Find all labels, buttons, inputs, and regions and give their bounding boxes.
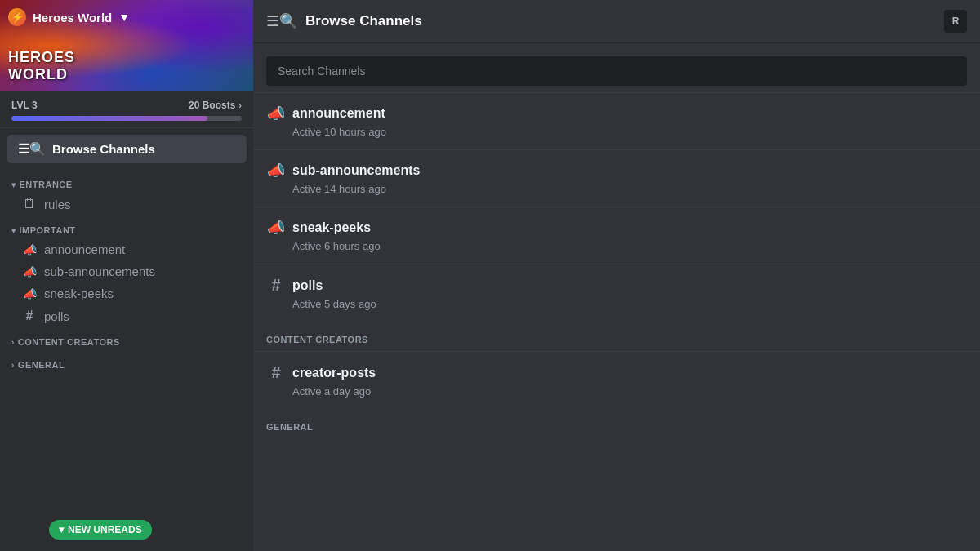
category-entrance-arrow: ▾ (11, 180, 16, 189)
channel-rules[interactable]: 🗒 rules (5, 193, 248, 216)
level-info: LVL 3 20 Boosts › (11, 100, 242, 111)
channel-polls[interactable]: # polls (5, 304, 248, 327)
channel-rules-label: rules (44, 198, 71, 211)
server-name-row[interactable]: ⚡ Heroes World ▼ (8, 8, 130, 26)
browse-channels-header-icon: ☰🔍 (266, 12, 297, 30)
channels-list: 📣 announcement Active 10 hours ago 📣 sub… (253, 92, 980, 551)
main-content: ☰🔍 Browse Channels R 📣 announcement Acti… (253, 0, 980, 551)
channel-card-sub-announcements-activity: Active 14 hours ago (266, 183, 967, 195)
sneak-peeks-icon: 📣 (21, 287, 38, 300)
category-general[interactable]: › GENERAL (0, 350, 253, 373)
category-general-arrow: › (11, 361, 15, 370)
polls-hash-icon: # (21, 309, 38, 323)
channel-card-sneak-peeks-activity: Active 6 hours ago (266, 240, 967, 252)
progress-bar-background (11, 116, 242, 121)
category-important-arrow: ▾ (11, 226, 16, 235)
search-bar-container (253, 43, 980, 92)
channel-card-creator-posts-activity: Active a day ago (266, 385, 967, 398)
channel-card-creator-posts-name: creator-posts (292, 366, 376, 380)
channel-card-announcement-icon: 📣 (266, 104, 286, 122)
channel-sneak-peeks-label: sneak-peeks (44, 287, 114, 300)
level-bar-section: LVL 3 20 Boosts › (0, 91, 253, 128)
sidebar: ⚡ Heroes World ▼ HEROESWORLD LVL 3 20 Bo… (0, 0, 253, 551)
channel-announcement[interactable]: 📣 announcement (5, 238, 248, 260)
section-content-creators: CONTENT CREATORS (253, 322, 980, 351)
channel-card-polls-icon: # (266, 276, 286, 295)
channel-card-sneak-peeks-name: sneak-peeks (292, 220, 371, 235)
category-content-creators-arrow: › (11, 338, 15, 347)
search-input[interactable] (266, 56, 967, 86)
channel-sneak-peeks[interactable]: 📣 sneak-peeks (5, 282, 248, 304)
category-important-label: IMPORTANT (20, 225, 76, 235)
main-header: ☰🔍 Browse Channels R (253, 0, 980, 43)
channel-card-announcement[interactable]: 📣 announcement Active 10 hours ago (253, 92, 980, 149)
channel-card-sub-announcements-icon: 📣 (266, 162, 286, 180)
channel-card-sneak-peeks[interactable]: 📣 sneak-peeks Active 6 hours ago (253, 207, 980, 264)
server-name-label: Heroes World (33, 11, 112, 24)
channel-card-polls-name: polls (292, 278, 323, 293)
channel-card-polls[interactable]: # polls Active 5 days ago (253, 264, 980, 322)
channel-card-polls-activity: Active 5 days ago (266, 298, 967, 310)
header-right-button[interactable]: R (944, 10, 967, 33)
channel-card-sneak-peeks-icon: 📣 (266, 219, 286, 237)
category-content-creators-label: CONTENT CREATORS (18, 337, 120, 347)
new-unreads-badge[interactable]: ▾ NEW UNREADS (49, 520, 152, 540)
browse-channels-icon: ☰🔍 (18, 141, 46, 157)
boosts-info[interactable]: 20 Boosts › (189, 100, 242, 111)
channel-card-creator-posts-icon: # (266, 363, 286, 382)
channel-sub-announcements[interactable]: 📣 sub-announcements (5, 260, 248, 282)
channel-card-creator-posts-name-row: # creator-posts (266, 363, 967, 382)
sub-announcements-icon: 📣 (21, 265, 38, 278)
progress-bar-fill (11, 116, 207, 121)
header-right-label: R (952, 16, 960, 27)
boost-arrow-icon: › (238, 100, 242, 110)
channel-card-sub-announcements-name: sub-announcements (292, 163, 420, 178)
channel-card-announcement-name-row: 📣 announcement (266, 104, 967, 122)
channel-card-announcement-activity: Active 10 hours ago (266, 126, 967, 138)
page-title: Browse Channels (305, 13, 422, 29)
channel-card-announcement-name: announcement (292, 106, 385, 121)
channel-card-creator-posts[interactable]: # creator-posts Active a day ago (253, 351, 980, 409)
chevron-down-icon: ▼ (118, 11, 130, 24)
category-general-label: GENERAL (18, 360, 65, 370)
sidebar-channels-list: ▾ ENTRANCE 🗒 rules ▾ IMPORTANT 📣 announc… (0, 167, 253, 551)
channel-announcement-label: announcement (44, 242, 125, 256)
channel-polls-label: polls (44, 309, 69, 323)
level-label: LVL 3 (11, 100, 38, 111)
channel-card-sneak-peeks-name-row: 📣 sneak-peeks (266, 219, 967, 237)
server-header: ⚡ Heroes World ▼ (8, 8, 245, 26)
server-icon: ⚡ (8, 8, 26, 26)
category-content-creators[interactable]: › CONTENT CREATORS (0, 327, 253, 350)
rules-icon: 🗒 (21, 197, 38, 211)
banner-text: HEROESWORLD (8, 49, 75, 83)
category-entrance-label: ENTRANCE (20, 180, 73, 189)
channel-sub-announcements-label: sub-announcements (44, 264, 155, 278)
announcement-icon: 📣 (21, 243, 38, 256)
server-banner: ⚡ Heroes World ▼ HEROESWORLD (0, 0, 253, 91)
browse-channels-sidebar-item[interactable]: ☰🔍 Browse Channels (7, 135, 247, 163)
boosts-label: 20 Boosts (189, 100, 235, 111)
browse-channels-sidebar-label: Browse Channels (52, 142, 155, 156)
category-important[interactable]: ▾ IMPORTANT (0, 216, 253, 238)
section-general: GENERAL (253, 409, 980, 438)
new-unreads-label: NEW UNREADS (68, 524, 142, 535)
category-entrance[interactable]: ▾ ENTRANCE (0, 170, 253, 193)
channel-card-sub-announcements[interactable]: 📣 sub-announcements Active 14 hours ago (253, 149, 980, 207)
new-unreads-arrow-icon: ▾ (59, 524, 64, 535)
channel-card-sub-announcements-name-row: 📣 sub-announcements (266, 162, 967, 180)
channel-card-polls-name-row: # polls (266, 276, 967, 295)
